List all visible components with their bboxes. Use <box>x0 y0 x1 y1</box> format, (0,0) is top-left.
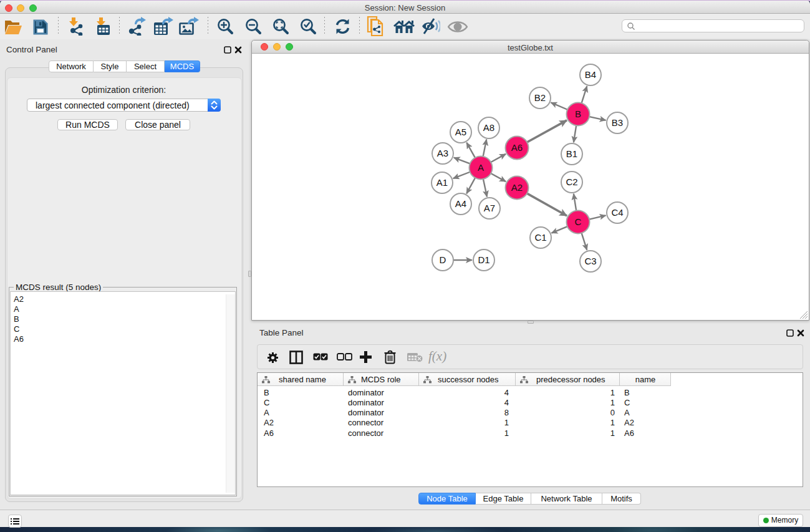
svg-text:A2: A2 <box>511 182 523 193</box>
svg-text:A3: A3 <box>437 148 448 158</box>
svg-text:C2: C2 <box>566 177 577 187</box>
svg-text:C1: C1 <box>534 232 546 243</box>
svg-text:B2: B2 <box>534 92 546 103</box>
svg-text:B: B <box>575 109 581 119</box>
svg-text:D: D <box>440 254 446 265</box>
svg-text:A: A <box>478 162 484 173</box>
svg-text:A1: A1 <box>436 177 448 188</box>
svg-text:C4: C4 <box>611 207 623 218</box>
svg-text:B3: B3 <box>612 117 623 128</box>
svg-text:A7: A7 <box>484 203 495 213</box>
svg-text:C: C <box>575 216 582 227</box>
svg-text:B4: B4 <box>585 69 596 80</box>
svg-text:A6: A6 <box>511 142 523 153</box>
svg-text:A5: A5 <box>455 127 466 137</box>
svg-text:B1: B1 <box>566 148 577 159</box>
svg-text:A8: A8 <box>483 122 494 133</box>
svg-text:A4: A4 <box>455 198 466 209</box>
svg-text:D1: D1 <box>478 254 489 265</box>
svg-text:C3: C3 <box>584 256 596 266</box>
